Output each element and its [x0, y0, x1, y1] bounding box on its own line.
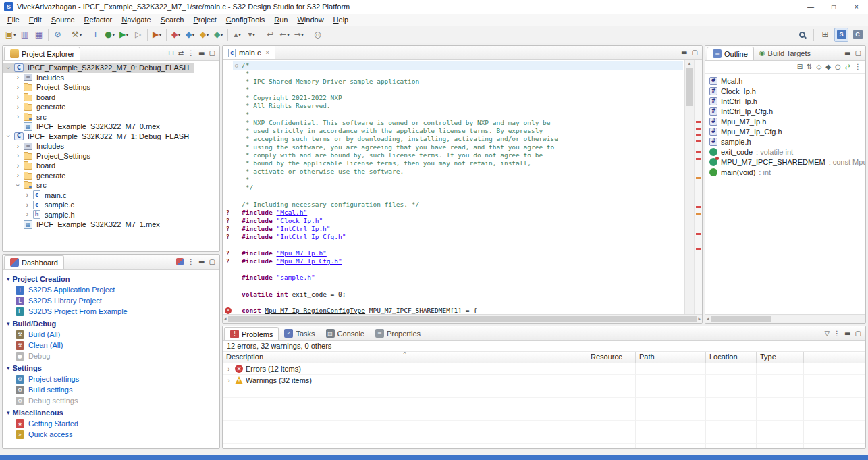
tree-item-sample-c[interactable]: ›csample.c [3, 200, 80, 210]
menu-source[interactable]: Source [47, 15, 80, 24]
overview-mark[interactable] [696, 158, 701, 160]
fold-minus-icon[interactable]: ⊖ [233, 61, 240, 70]
tree-item-main-c[interactable]: ›cmain.c [3, 190, 72, 201]
problems-maximize-button[interactable]: ▢ [855, 330, 861, 337]
tree-item-ipcf-example-s32k322-m7-1-debug-flash[interactable]: ›CIPCF_Example_S32K322_M7_1: Debug_FLASH [3, 132, 194, 142]
twistie-icon[interactable]: › [15, 93, 21, 101]
debug-button[interactable]: ●▾ [103, 28, 117, 42]
outline-collapse-all-button[interactable]: ⊟ [797, 63, 803, 70]
twistie-icon[interactable]: › [15, 143, 21, 150]
row-expand-icon[interactable]: › [225, 365, 232, 373]
twistie-icon[interactable]: › [15, 162, 21, 170]
dashboard-view-menu-button[interactable]: ⋮ [188, 259, 194, 265]
hide-fields-button[interactable]: ◇ [816, 63, 821, 70]
tab-console[interactable]: Console [321, 326, 370, 340]
unresolved-include-marker-icon[interactable]: ? [223, 233, 233, 241]
column-header-resource[interactable]: Resource [587, 352, 636, 363]
tree-item-src[interactable]: ›src [3, 112, 52, 122]
tree-item-ipcf-example-s32k322-m7-0-debug-flash[interactable]: ›CIPCF_Example_S32K322_M7_0: Debug_FLASH [3, 63, 194, 73]
forward-button[interactable]: →▾ [292, 28, 306, 42]
skip-all-breakpoints-button[interactable]: ⊘ [51, 28, 65, 42]
outline-item-clock-ip-h[interactable]: #Clock_Ip.h [705, 86, 865, 96]
twistie-icon[interactable]: › [15, 74, 21, 81]
previous-annotation-button[interactable]: ▴▾ [230, 28, 244, 42]
menu-run[interactable]: Run [269, 15, 292, 24]
cpp-perspective-button[interactable]: C [850, 28, 865, 42]
maximize-view-button[interactable]: ▢ [209, 50, 215, 57]
row-expand-icon[interactable]: › [225, 377, 232, 384]
unresolved-include-marker-icon[interactable]: ? [223, 249, 233, 257]
tree-item-board[interactable]: ›board [3, 93, 61, 103]
pin-editor-button[interactable]: ◎ [310, 28, 325, 42]
unresolved-include-marker-icon[interactable]: ? [223, 257, 233, 265]
menu-edit[interactable]: Edit [24, 15, 47, 24]
dashboard-item-quick-access[interactable]: »Quick access [7, 429, 217, 440]
tree-item-generate[interactable]: ›generate [3, 102, 71, 112]
overview-mark[interactable] [696, 233, 701, 235]
overview-mark[interactable] [696, 248, 701, 250]
scroll-right-icon[interactable]: ▸ [698, 315, 701, 323]
overview-mark[interactable] [696, 128, 701, 130]
search-button[interactable] [795, 28, 809, 42]
dashboard-maximize-button[interactable]: ▢ [209, 259, 215, 265]
dashboard-item-s32ds-application-project[interactable]: +S32DS Application Project [7, 284, 217, 295]
outline-item-intctrl-ip-cfg-h[interactable]: #IntCtrl_Ip_Cfg.h [705, 106, 865, 116]
twistie-icon[interactable]: › [15, 152, 21, 159]
tree-item-ipcf-example-s32k322-m7-1-mex[interactable]: ▦IPCF_Example_S32K322_M7_1.mex [3, 220, 165, 230]
problems-row-warnings-32-items[interactable]: ›!Warnings (32 items) [223, 375, 865, 386]
editor-maximize-button[interactable]: ▢ [692, 49, 698, 56]
back-button[interactable]: ←▾ [277, 28, 292, 42]
outline-item-main-void[interactable]: main(void) : int [705, 167, 865, 177]
twistie-icon[interactable]: › [5, 133, 12, 139]
problems-view-menu-button[interactable]: ⋮ [834, 330, 840, 337]
overview-mark[interactable] [696, 134, 701, 136]
menu-refactor[interactable]: Refactor [80, 15, 117, 24]
outline-item-mpu-m7-ipcf-sharedmem[interactable]: MPU_M7_IPCF_SHAREDMEM : const Mpu_M [705, 157, 865, 167]
vertical-scrollbar-thumb[interactable] [686, 68, 693, 106]
tree-item-generate[interactable]: ›generate [3, 171, 71, 181]
outline-item-mpu-m7-ip-h[interactable]: #Mpu_M7_Ip.h [705, 116, 865, 126]
config-dcd-button[interactable]: ◆▾ [211, 28, 225, 42]
outline-item-mpu-m7-ip-cfg-h[interactable]: #Mpu_M7_Ip_Cfg.h [705, 126, 865, 136]
horizontal-scrollbar-thumb[interactable] [228, 316, 697, 322]
column-header-location[interactable]: Location [706, 352, 757, 363]
window-minimize-button[interactable]: — [799, 0, 822, 14]
menu-file[interactable]: File [3, 15, 24, 24]
twistie-icon[interactable]: › [15, 84, 21, 91]
menu-configtools[interactable]: ConfigTools [221, 15, 270, 24]
tree-item-includes[interactable]: ›≡Includes [3, 73, 70, 83]
twistie-icon[interactable]: › [24, 191, 30, 199]
editor-horizontal-scrollbar[interactable]: ◂ ▸ [223, 314, 702, 323]
tree-item-src[interactable]: ›src [3, 180, 52, 190]
new-wizard-button[interactable]: ▣▾ [3, 28, 18, 42]
save-all-button[interactable]: ▦ [32, 28, 46, 42]
code-area[interactable]: ⊖/* * * IPC Shared Memory Driver sample … [223, 61, 683, 314]
dashboard-item-clean-all[interactable]: ⚒Clean (All) [7, 340, 217, 351]
menu-project[interactable]: Project [189, 15, 221, 24]
window-restore-button[interactable]: □ [822, 0, 845, 14]
minimize-view-button[interactable]: ▬ [198, 50, 205, 57]
collapse-all-button[interactable]: ⊟ [168, 50, 173, 57]
dashboard-item-build-settings[interactable]: ⚙Build settings [7, 384, 217, 395]
tab-outline[interactable]: ≡ Outline [707, 47, 754, 60]
outline-item-mcal-h[interactable]: #Mcal.h [705, 76, 865, 86]
editor-vertical-scrollbar[interactable]: ▴ [684, 60, 694, 314]
tab-build-targets[interactable]: ◉ Build Targets [754, 46, 816, 60]
tree-item-sample-h[interactable]: ›hsample.h [3, 210, 80, 220]
outline-view-menu-button[interactable]: ⋮ [855, 63, 861, 70]
outline-minimize-button[interactable]: ▬ [844, 50, 850, 57]
tree-item-board[interactable]: ›board [3, 161, 61, 171]
save-button[interactable]: ▥ [18, 28, 32, 42]
last-edit-location-button[interactable]: ↩ [263, 28, 277, 42]
next-annotation-button[interactable]: ▾▾ [244, 28, 259, 42]
view-menu-button[interactable]: ⋮ [188, 50, 194, 57]
dashboard-item-s32ds-project-from-example[interactable]: ES32DS Project From Example [7, 306, 217, 317]
tab-dashboard[interactable]: Dashboard [4, 255, 64, 269]
unresolved-include-marker-icon[interactable]: ? [223, 209, 233, 217]
problems-minimize-button[interactable]: ▬ [844, 330, 850, 337]
dashboard-minimize-button[interactable]: ▬ [198, 259, 205, 265]
tab-project-explorer[interactable]: Project Explorer [4, 47, 80, 60]
scroll-left-icon[interactable]: ◂ [224, 315, 227, 323]
unresolved-include-marker-icon[interactable]: ? [223, 225, 233, 233]
outline-sort-button[interactable]: ⇅ [807, 63, 812, 70]
